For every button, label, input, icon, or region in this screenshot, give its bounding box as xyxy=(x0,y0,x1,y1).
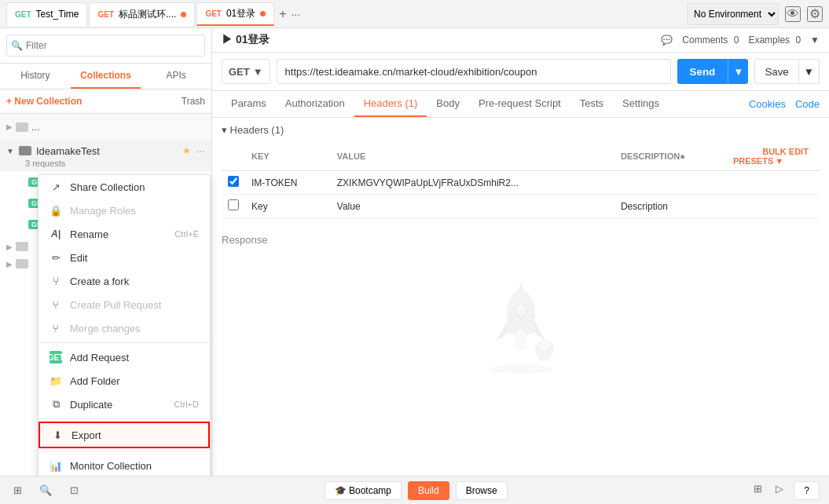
sidebar-search-area: 🔍 xyxy=(0,28,211,64)
history-icon[interactable]: ⊡ xyxy=(66,483,82,499)
sidebar-tabs: History Collections APIs xyxy=(0,64,211,89)
collection-expand-arrow: ▼ xyxy=(6,147,14,155)
add-request-icon: GET xyxy=(50,351,62,363)
menu-item-edit[interactable]: ✏ Edit xyxy=(39,246,210,269)
search-bottom-icon[interactable]: 🔍 xyxy=(38,483,53,499)
menu-label-rename: Rename xyxy=(70,228,108,240)
help-button[interactable]: ? xyxy=(794,481,820,500)
collection-star-icon[interactable]: ★ xyxy=(182,145,191,156)
send-dropdown-button[interactable]: ▼ xyxy=(728,59,748,84)
checkbox-1[interactable] xyxy=(228,199,239,210)
collapsed-collection-1[interactable]: ▶ ... xyxy=(0,117,211,137)
tab-label-1: 标品测试环.... xyxy=(119,8,176,21)
response-title: Response xyxy=(222,234,820,246)
sidebar: 🔍 History Collections APIs + New Collect… xyxy=(0,28,212,476)
th-value: VALUE xyxy=(331,142,614,171)
checkbox-0[interactable] xyxy=(228,176,239,187)
sidebar-tab-history[interactable]: History xyxy=(0,64,71,89)
menu-item-export[interactable]: ⬇ Export xyxy=(39,422,210,448)
runner-icon[interactable]: ▷ xyxy=(772,481,787,497)
code-link[interactable]: Code xyxy=(795,98,820,110)
sidebar-tab-apis[interactable]: APIs xyxy=(141,64,211,89)
tab-bar: GET Test_Time GET 标品测试环.... GET 01登录 + ·… xyxy=(0,0,829,28)
save-dropdown-button[interactable]: ▼ xyxy=(799,59,820,84)
bootcamp-icon: 🎓 xyxy=(335,485,347,496)
tab-body[interactable]: Body xyxy=(427,91,469,117)
menu-label-export: Export xyxy=(72,429,101,441)
method-select[interactable]: GET ▼ xyxy=(222,59,270,84)
response-section: Response xyxy=(212,225,829,476)
folder-icon-2 xyxy=(16,242,28,251)
trash-button[interactable]: Trash xyxy=(182,96,205,107)
request-title: ▶ 01登录 xyxy=(222,33,270,47)
examples-chevron[interactable]: ▼ xyxy=(810,35,820,46)
send-button[interactable]: Send xyxy=(677,59,728,84)
tab-1[interactable]: GET 标品测试环.... xyxy=(89,2,195,26)
menu-item-add-folder[interactable]: 📁 Add Folder xyxy=(39,369,210,393)
grid-icon[interactable]: ⊞ xyxy=(750,481,765,497)
examples-button[interactable]: Examples 0 xyxy=(748,35,801,46)
menu-label-edit: Edit xyxy=(70,252,87,264)
th-description: DESCRIPTION● xyxy=(614,142,727,171)
duplicate-icon: ⧉ xyxy=(50,398,62,411)
header-row-0: IM-TOKEN ZXIKMGVYQWIPaUpLVjFRaUxDSmhiR2.… xyxy=(222,171,820,195)
folder-icon-3 xyxy=(16,259,28,268)
rocket-illustration xyxy=(466,271,576,381)
arrow-right-3: ▶ xyxy=(6,260,13,268)
menu-item-duplicate[interactable]: ⧉ Duplicate Ctrl+D xyxy=(39,393,210,416)
method-label: GET xyxy=(229,66,250,78)
tab-params[interactable]: Params xyxy=(222,91,276,117)
tab-authorization[interactable]: Authorization xyxy=(276,91,354,117)
tab-method-1: GET xyxy=(97,10,114,19)
tab-2[interactable]: GET 01登录 xyxy=(196,2,274,26)
collection-folder-icon xyxy=(19,146,31,155)
bottom-right: ⊞ ▷ ? xyxy=(750,481,820,500)
save-button[interactable]: Save xyxy=(754,59,798,84)
layout-icon[interactable]: ⊞ xyxy=(9,483,25,499)
menu-item-add-request[interactable]: GET Add Request xyxy=(39,345,210,369)
eye-button[interactable]: 👁 xyxy=(785,6,801,22)
tab-settings[interactable]: Settings xyxy=(613,91,669,117)
presets-button[interactable]: Presets ▼ xyxy=(733,156,813,166)
menu-separator-3 xyxy=(39,451,210,451)
cookies-link[interactable]: Cookies xyxy=(749,98,786,110)
tab-0[interactable]: GET Test_Time xyxy=(6,2,87,26)
new-collection-button[interactable]: + New Collection xyxy=(6,96,82,107)
settings-button[interactable]: ⚙ xyxy=(807,6,823,22)
checkbox-cell-0[interactable] xyxy=(222,171,245,195)
sidebar-tab-collections[interactable]: Collections xyxy=(71,64,141,89)
tab-tests[interactable]: Tests xyxy=(570,91,613,117)
tab-pre-request[interactable]: Pre-request Script xyxy=(469,91,570,117)
tab-dot-1 xyxy=(181,12,186,17)
comments-button[interactable]: Comments 0 xyxy=(682,35,739,46)
bulk-edit-button[interactable]: Bulk Edit xyxy=(762,147,809,156)
bootcamp-button[interactable]: 🎓 Bootcamp xyxy=(325,481,402,500)
save-button-group: Save ▼ xyxy=(754,59,820,84)
menu-item-fork[interactable]: ⑂ Create a fork xyxy=(39,269,210,293)
build-button[interactable]: Build xyxy=(408,481,449,500)
menu-item-share[interactable]: ↗ Share Collection xyxy=(39,175,210,199)
tab-method-0: GET xyxy=(15,10,31,19)
bottom-bar: ⊞ 🔍 ⊡ 🎓 Bootcamp Build Browse ⊞ ▷ ? xyxy=(0,476,829,504)
menu-item-rename[interactable]: A| Rename Ctrl+E xyxy=(39,222,210,246)
menu-item-monitor[interactable]: 📊 Monitor Collection xyxy=(39,454,210,476)
browse-button[interactable]: Browse xyxy=(456,481,508,500)
collection-sub: 3 requests xyxy=(0,159,211,171)
method-chevron-icon: ▼ xyxy=(253,66,263,78)
key-cell-0: IM-TOKEN xyxy=(245,171,331,195)
actions-cell-0 xyxy=(727,171,820,195)
rename-icon: A| xyxy=(50,228,62,240)
sidebar-actions: + New Collection Trash xyxy=(0,89,211,114)
share-icon: ↗ xyxy=(50,181,62,193)
checkbox-cell-1[interactable] xyxy=(222,195,245,218)
filter-input[interactable] xyxy=(6,35,205,57)
request-actions: 💬 Comments 0 Examples 0 ▼ xyxy=(661,35,820,46)
tab-dot-2 xyxy=(260,11,266,16)
collection-more-button[interactable]: ··· xyxy=(196,144,205,157)
tab-headers[interactable]: Headers (1) xyxy=(354,91,427,117)
environment-select[interactable]: No Environment xyxy=(687,3,779,25)
add-tab-button[interactable]: + xyxy=(276,7,289,21)
url-input[interactable] xyxy=(277,59,671,84)
more-tabs-button[interactable]: ··· xyxy=(292,8,301,20)
svg-rect-9 xyxy=(539,352,550,360)
